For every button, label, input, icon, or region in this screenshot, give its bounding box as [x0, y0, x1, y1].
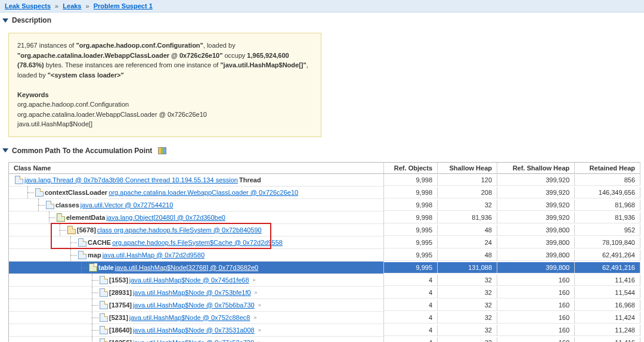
- cell-rsh: 160: [497, 287, 575, 299]
- cell-sh: 208: [438, 187, 497, 198]
- cell-rsh: 399,920: [497, 212, 575, 223]
- object-icon: [100, 326, 108, 334]
- cell-ret: 11,424: [575, 312, 640, 324]
- table-row[interactable]: [5231] java.util.HashMap$Node @ 0x752c88…: [9, 312, 640, 324]
- table-row[interactable]: elementData java.lang.Object[20480] @ 0x…: [9, 212, 640, 224]
- keywords-title: Keywords: [17, 90, 312, 100]
- section-description-header[interactable]: Description: [0, 13, 644, 27]
- cell-rsh: 399,920: [497, 187, 575, 198]
- node-link[interactable]: java.util.HashMap$Node @ 0x73531a008: [133, 327, 255, 334]
- cell-ref: 9,998: [384, 200, 438, 211]
- cell-sh: 32: [438, 200, 497, 211]
- node-link[interactable]: java.util.HashMap @ 0x72d2d9580: [103, 251, 205, 259]
- array-icon: [89, 263, 97, 272]
- object-icon: [46, 201, 54, 209]
- cell-rsh: 160: [497, 312, 575, 324]
- expand-hint-icon: »: [251, 315, 256, 321]
- cell-ret: 81,968: [575, 200, 640, 211]
- cell-sh: 24: [438, 237, 497, 248]
- breadcrumb-link-1[interactable]: Leaks: [63, 2, 81, 10]
- col-refobjects[interactable]: Ref. Objects: [384, 163, 438, 173]
- col-refshallowheap[interactable]: Ref. Shallow Heap: [497, 163, 575, 173]
- cell-ret: 856: [575, 175, 640, 186]
- cell-rsh: 399,800: [497, 237, 575, 248]
- cell-ref: 9,998: [384, 187, 438, 198]
- cell-ref: 4: [384, 287, 438, 299]
- node-field-name: [18640]: [109, 327, 132, 334]
- table-row[interactable]: [13754] java.util.HashMap$Node @ 0x75b6b…: [9, 299, 640, 312]
- instance-count: 21,967: [17, 42, 38, 49]
- cell-ret: 11,416: [575, 337, 640, 343]
- keyword: org.apache.hadoop.conf.Configuration: [17, 100, 312, 110]
- table-row[interactable]: [18640] java.util.HashMap$Node @ 0x73531…: [9, 324, 640, 337]
- node-link[interactable]: java.util.HashMap$Node @ 0x745d1fe68: [129, 276, 249, 284]
- object-icon: [78, 238, 86, 247]
- cell-ret: 78,109,840: [575, 237, 640, 248]
- chart-icon[interactable]: [158, 147, 166, 154]
- description-box: 21,967 instances of "org.apache.hadoop.c…: [8, 33, 321, 137]
- cell-ref: 4: [384, 300, 438, 311]
- node-link[interactable]: java.util.HashMap$Node @ 0x77c52e728: [133, 339, 254, 343]
- col-shallowheap[interactable]: Shallow Heap: [438, 163, 497, 173]
- cell-ref: 9,995: [384, 225, 438, 236]
- cell-sh: 131,088: [438, 262, 497, 273]
- cell-ref: 9,998: [384, 212, 438, 223]
- ref-class: "java.util.HashMap$Node[]": [220, 61, 306, 69]
- node-link[interactable]: java.util.HashMap$Node @ 0x752c88ec8: [129, 314, 250, 321]
- table-row[interactable]: classes java.util.Vector @ 0x7275442109,…: [9, 199, 640, 212]
- table-row[interactable]: contextClassLoader org.apache.catalina.l…: [9, 186, 640, 199]
- table-row[interactable]: CACHE org.apache.hadoop.fs.FileSystem$Ca…: [9, 237, 640, 249]
- object-icon: [78, 251, 86, 259]
- keyword: java.util.HashMap$Node[]: [17, 119, 312, 129]
- node-link[interactable]: org.apache.catalina.loader.WebappClassLo…: [109, 189, 298, 196]
- class-icon: [67, 226, 76, 234]
- table-row[interactable]: table java.util.HashMap$Node[32768] @ 0x…: [9, 262, 640, 274]
- txt: bytes. These instances are referenced fr…: [44, 61, 221, 69]
- node-link[interactable]: org.apache.hadoop.fs.FileSystem$Cache @ …: [112, 239, 283, 246]
- table-row[interactable]: map java.util.HashMap @ 0x72d2d95809,995…: [9, 249, 640, 262]
- table-row[interactable]: [5678] class org.apache.hadoop.fs.FileSy…: [9, 224, 640, 237]
- breadcrumb-link-2[interactable]: Problem Suspect 1: [94, 2, 153, 10]
- breadcrumb-link-0[interactable]: Leak Suspects: [5, 2, 51, 10]
- col-classname[interactable]: Class Name: [9, 163, 384, 173]
- cell-rsh: 160: [497, 325, 575, 336]
- cell-rsh: 160: [497, 275, 575, 286]
- cell-ret: 952: [575, 225, 640, 236]
- description-paragraph: 21,967 instances of "org.apache.hadoop.c…: [17, 41, 312, 80]
- twisty-down-icon: [2, 18, 8, 23]
- table-header-row: Class Name Ref. Objects Shallow Heap Ref…: [9, 163, 640, 174]
- cell-rsh: 399,920: [497, 175, 575, 186]
- section-commonpath-header[interactable]: Common Path To the Accumulation Point: [0, 143, 644, 157]
- cell-ret: 62,491,216: [575, 262, 640, 273]
- cell-ret: 81,936: [575, 212, 640, 223]
- node-link[interactable]: class org.apache.hadoop.fs.FileSystem @ …: [97, 226, 262, 234]
- cell-ret: 11,544: [575, 287, 640, 299]
- table-row[interactable]: [10256] java.util.HashMap$Node @ 0x77c52…: [9, 337, 640, 343]
- node-link[interactable]: java.util.Vector @ 0x727544210: [80, 201, 174, 209]
- object-icon: [100, 313, 108, 322]
- expand-hint-icon: »: [256, 302, 261, 308]
- loaded-by: "org.apache.catalina.loader.WebappClassL…: [17, 52, 222, 59]
- cell-rsh: 399,800: [497, 250, 575, 261]
- table-row[interactable]: [28931] java.util.HashMap$Node @ 0x753bf…: [9, 287, 640, 299]
- expand-hint-icon: »: [256, 327, 261, 333]
- cell-ret: 62,491,264: [575, 250, 640, 261]
- node-field-name: contextClassLoader: [45, 189, 107, 196]
- table-row[interactable]: java.lang.Thread @ 0x7b7da3b98 Connect t…: [9, 174, 640, 186]
- node-link[interactable]: java.util.HashMap$Node @ 0x75b6ba730: [133, 301, 255, 309]
- node-link[interactable]: java.util.HashMap$Node @ 0x753bfe1f0: [133, 289, 251, 296]
- node-link[interactable]: java.lang.Thread @ 0x7b7da3b98 Connect t…: [24, 176, 238, 184]
- object-icon: [100, 301, 108, 309]
- col-retainedheap[interactable]: Retained Heap: [575, 163, 640, 173]
- node-field-name: table: [98, 264, 114, 271]
- cell-sh: 48: [438, 250, 497, 261]
- table-row[interactable]: [1553] java.util.HashMap$Node @ 0x745d1f…: [9, 274, 640, 287]
- node-field-name: map: [88, 251, 101, 259]
- node-link[interactable]: java.util.HashMap$Node[32768] @ 0x77d368…: [115, 264, 259, 271]
- node-field-name: [28931]: [109, 289, 132, 296]
- cell-sh: 32: [438, 337, 497, 343]
- node-link[interactable]: java.lang.Object[20480] @ 0x72d360be0: [106, 214, 225, 221]
- txt: instances of: [38, 42, 76, 49]
- cell-sh: 32: [438, 300, 497, 311]
- cell-ret: 146,349,656: [575, 187, 640, 198]
